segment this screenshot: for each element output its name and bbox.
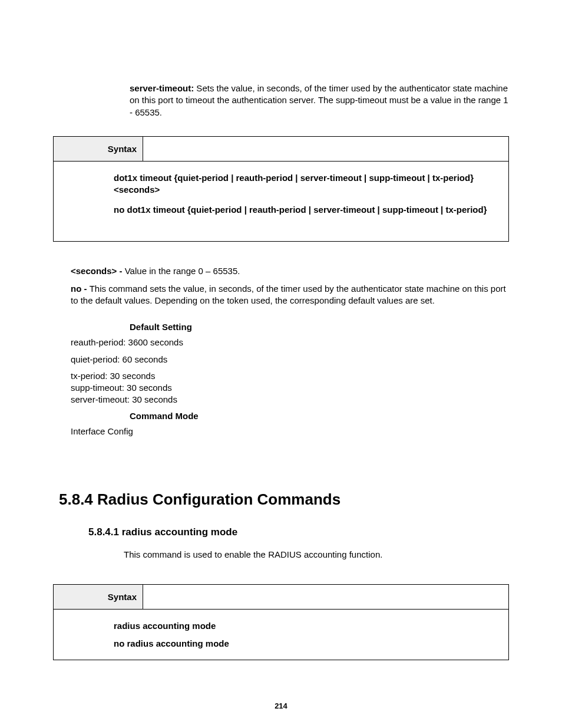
server-timeout-label: server-timeout: bbox=[130, 83, 194, 93]
seconds-paragraph: <seconds> - Value in the range 0 – 65535… bbox=[71, 265, 509, 277]
syntax1-line2: no dot1x timeout {quiet-period | reauth-… bbox=[114, 204, 503, 216]
syntax-header-1: Syntax bbox=[54, 137, 143, 162]
command-mode-value: Interface Config bbox=[71, 426, 509, 437]
document-page: server-timeout: Sets the value, in secon… bbox=[0, 0, 562, 728]
default-quiet: quiet-period: 60 seconds bbox=[71, 354, 509, 365]
default-tx: tx-period: 30 seconds bbox=[71, 370, 509, 382]
default-reauth: reauth-period: 3600 seconds bbox=[71, 337, 509, 348]
syntax2-line1: radius accounting mode bbox=[114, 620, 503, 632]
syntax-box-1: Syntax dot1x timeout {quiet-period | rea… bbox=[53, 136, 509, 242]
page-number: 214 bbox=[53, 701, 509, 710]
no-label: no - bbox=[71, 284, 90, 294]
section-title-text: Radius Configuration Commands bbox=[93, 490, 340, 508]
default-server: server-timeout: 30 seconds bbox=[71, 394, 509, 406]
subsection-body: This command is used to enable the RADIU… bbox=[124, 549, 509, 561]
section-number: 5.8.4 bbox=[59, 490, 93, 508]
syntax2-line2: no radius accounting mode bbox=[114, 638, 503, 650]
subsection-number: 5.8.4.1 bbox=[88, 526, 119, 538]
subsection-title-text: radius accounting mode bbox=[119, 526, 237, 538]
syntax-body-2: radius accounting mode no radius account… bbox=[54, 609, 508, 660]
syntax1-line1: dot1x timeout {quiet-period | reauth-per… bbox=[114, 172, 503, 196]
server-timeout-paragraph: server-timeout: Sets the value, in secon… bbox=[130, 83, 509, 118]
subsection-heading: 5.8.4.1 radius accounting mode bbox=[88, 526, 509, 538]
command-mode-heading: Command Mode bbox=[130, 411, 509, 421]
no-text: This command sets the value, in seconds,… bbox=[71, 284, 506, 305]
no-paragraph: no - This command sets the value, in sec… bbox=[71, 283, 509, 307]
default-block: tx-period: 30 seconds supp-timeout: 30 s… bbox=[71, 370, 509, 406]
syntax-box-2: Syntax radius accounting mode no radius … bbox=[53, 584, 509, 660]
seconds-text: Value in the range 0 – 65535. bbox=[125, 266, 240, 276]
default-supp: supp-timeout: 30 seconds bbox=[71, 382, 509, 394]
syntax-body-1: dot1x timeout {quiet-period | reauth-per… bbox=[54, 161, 508, 241]
default-setting-heading: Default Setting bbox=[130, 322, 509, 332]
seconds-label: <seconds> - bbox=[71, 266, 125, 276]
syntax-header-2: Syntax bbox=[54, 585, 143, 610]
section-heading: 5.8.4 Radius Configuration Commands bbox=[59, 490, 509, 509]
